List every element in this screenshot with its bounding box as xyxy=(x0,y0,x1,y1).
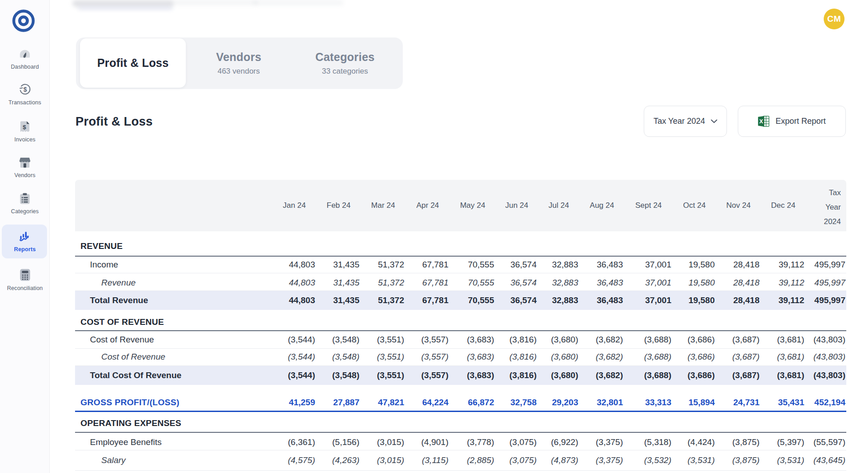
svg-text:$: $ xyxy=(23,86,27,93)
svg-text:$: $ xyxy=(23,124,26,131)
svg-text:X: X xyxy=(760,118,764,125)
